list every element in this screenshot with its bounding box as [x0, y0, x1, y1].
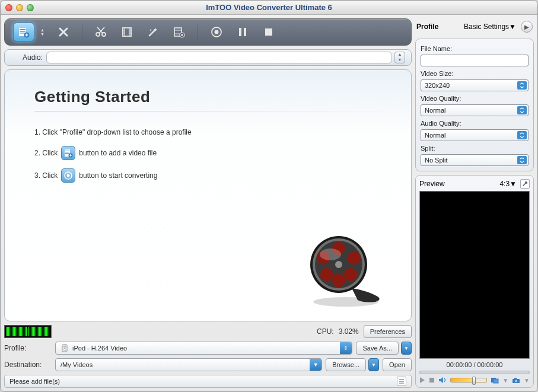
destination-label: Destination:: [4, 361, 52, 369]
videoquality-select[interactable]: Normal: [421, 104, 529, 116]
convert-mini-icon: [61, 168, 75, 183]
profile-row: Profile: iPod - H.264 Video ⇕ Save As...…: [4, 342, 412, 355]
videosize-select[interactable]: 320x240: [421, 79, 529, 91]
volume-knob[interactable]: [472, 377, 476, 385]
body: ▲▼: [1, 15, 537, 391]
step-3: 3. Click button to start converting: [34, 168, 381, 183]
add-file-icon: [18, 26, 30, 38]
audioquality-select[interactable]: Normal: [421, 129, 529, 141]
volume-icon[interactable]: [438, 377, 447, 384]
split-select[interactable]: No Split: [421, 154, 529, 166]
svg-rect-23: [244, 28, 246, 36]
preferences-button[interactable]: Preferences: [364, 325, 412, 338]
effects-button[interactable]: [144, 23, 162, 41]
preview-screen: [419, 191, 530, 359]
film-reel-illustration: [304, 232, 387, 309]
svg-point-43: [320, 248, 341, 260]
select-cap-icon: [517, 156, 527, 164]
save-as-button[interactable]: Save As...: [356, 342, 399, 355]
profile-label: Profile:: [4, 344, 52, 352]
svg-rect-45: [63, 346, 66, 348]
right-pane: Profile Basic Settings▼ ▶ File Name: Vid…: [415, 18, 534, 388]
svg-point-40: [348, 251, 361, 264]
svg-rect-1: [20, 29, 26, 30]
add-file-dropdown-icon[interactable]: ▲▼: [40, 28, 46, 36]
preview-progress[interactable]: [419, 371, 530, 374]
chevron-down-icon: ▼: [310, 359, 321, 371]
save-as-dropdown[interactable]: ▼: [401, 342, 412, 355]
preview-header: Preview 4:3▼: [419, 179, 530, 189]
popout-icon[interactable]: [520, 179, 530, 189]
play-button[interactable]: [419, 377, 425, 384]
svg-point-31: [67, 174, 70, 177]
basic-settings-dropdown[interactable]: Basic Settings▼: [464, 23, 516, 31]
settings-panel: File Name: Video Size: 320x240 Video Qua…: [415, 39, 534, 171]
audio-stepper[interactable]: ▲▼: [394, 52, 405, 63]
content-pane: Getting Started 1. Click "Profile" drop-…: [4, 69, 412, 321]
ipod-icon: [61, 344, 69, 352]
audio-row: Audio: ▲▼: [4, 49, 412, 66]
profile-value: iPod - H.264 Video: [72, 345, 127, 352]
add-file-button[interactable]: [13, 23, 34, 42]
split-value: No Split: [425, 157, 448, 164]
filename-input[interactable]: [421, 55, 529, 66]
svg-rect-24: [265, 28, 272, 36]
stop-button[interactable]: [260, 23, 278, 41]
next-page-button[interactable]: ▶: [521, 21, 533, 33]
list-view-icon[interactable]: [397, 377, 406, 386]
audioquality-label: Audio Quality:: [421, 119, 529, 127]
toolbar-separator-2: [198, 23, 198, 41]
videoquality-value: Normal: [425, 107, 445, 114]
step-3-text-a: 3. Click: [34, 170, 58, 181]
edit-button[interactable]: [118, 23, 136, 41]
magic-wand-icon: [147, 26, 159, 38]
cpu-row: CPU: 3.02% Preferences: [4, 325, 412, 338]
profile-select[interactable]: iPod - H.264 Video ⇕: [55, 342, 352, 355]
svg-rect-28: [65, 153, 69, 154]
audio-select[interactable]: [46, 52, 392, 63]
open-button[interactable]: Open: [383, 358, 412, 371]
step-1-text: 1. Click "Profile" drop-down list to cho…: [34, 127, 192, 138]
status-text: Please add file(s): [9, 378, 60, 385]
getting-started-heading: Getting Started: [34, 88, 381, 106]
split-label: Split:: [421, 144, 529, 152]
aspect-ratio-dropdown[interactable]: 4:3▼: [499, 180, 517, 188]
snapshot-folder-button[interactable]: [491, 377, 499, 384]
destination-row: Destination: /My Videos ▼ Browse... ▼ Op…: [4, 358, 412, 371]
svg-rect-22: [239, 28, 241, 36]
destination-field[interactable]: /My Videos ▼: [55, 358, 322, 371]
delete-x-icon: [58, 27, 69, 37]
svg-rect-52: [494, 379, 498, 383]
preview-stop-button[interactable]: [429, 377, 435, 383]
snapshot-button[interactable]: [512, 377, 520, 384]
convert-button[interactable]: [208, 23, 225, 41]
merge-button[interactable]: [170, 23, 188, 41]
volume-slider[interactable]: [450, 378, 487, 383]
right-header: Profile Basic Settings▼ ▶: [415, 18, 534, 35]
step-1: 1. Click "Profile" drop-down list to cho…: [34, 127, 381, 138]
pause-button[interactable]: [234, 23, 252, 41]
window-title: ImTOO Video Converter Ultimate 6: [1, 3, 537, 12]
film-plus-icon: [173, 26, 185, 38]
select-cap-icon: [517, 106, 527, 114]
left-pane: ▲▼: [4, 18, 412, 388]
chevron-updown-icon: ⇕: [340, 342, 352, 354]
film-icon: [121, 26, 133, 38]
svg-rect-50: [429, 378, 434, 383]
delete-button[interactable]: [55, 23, 72, 41]
browse-dropdown[interactable]: ▼: [368, 358, 379, 371]
select-cap-icon: [517, 81, 527, 90]
destination-value: /My Videos: [61, 361, 93, 368]
audio-label: Audio:: [11, 53, 46, 62]
divider: [34, 111, 381, 111]
svg-point-54: [515, 380, 517, 382]
browse-button[interactable]: Browse...: [326, 358, 366, 371]
clip-button[interactable]: [92, 23, 110, 41]
pause-icon: [238, 27, 247, 37]
add-file-mini-icon: [61, 146, 75, 160]
svg-rect-27: [65, 152, 69, 152]
preview-panel: Preview 4:3▼ 00:00:00 / 00:00:00: [415, 175, 534, 388]
svg-rect-26: [65, 151, 69, 151]
step-2: 2. Click button to add a video file: [34, 146, 381, 160]
step-3-text-b: button to start converting: [79, 170, 157, 181]
